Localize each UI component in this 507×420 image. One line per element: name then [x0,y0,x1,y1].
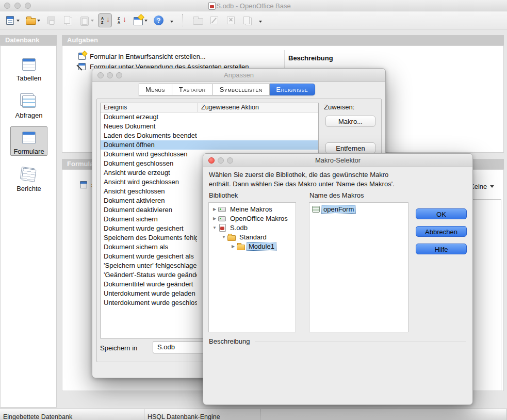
dropdown-caret-icon[interactable] [144,20,148,23]
dropdown-caret-icon[interactable] [91,20,94,23]
toolbar-button[interactable] [98,13,112,27]
database-object-icon [21,130,37,146]
macro-selector-titlebar: Makro-Selektor [203,154,472,167]
event-row[interactable]: Neues Dokument [101,122,318,131]
task-item[interactable]: Formular in Entwurfsansicht erstellen... [78,52,206,60]
status-cell [260,409,503,420]
event-name: Dokument wurde gesichert als [101,252,197,261]
toolbar-icon [170,15,174,26]
disclosure-triangle-icon[interactable]: ▶ [211,216,218,221]
event-name: Dokument aktivieren [101,196,197,205]
status-cell: Eingebettete Datenbank [0,409,144,420]
form-task-icon [78,63,86,70]
event-row[interactable]: Dokument öffnen [101,140,318,150]
event-name: Laden des Dokuments beendet [101,131,197,140]
event-name: Ansicht wird geschlossen [101,177,197,187]
toolbar-button[interactable] [178,12,188,28]
toolbar-button[interactable] [207,13,221,27]
event-assigned-action [197,131,318,140]
event-name: Ansicht wurde erzeugt [101,168,197,177]
tab[interactable]: Ereignisse [270,84,316,95]
library-tree-item[interactable]: ▶ Meine Makros [209,204,296,214]
macro-list: openForm [309,202,408,332]
macro-selector-title: Makro-Selektor [203,156,472,164]
macro-icon [312,205,320,213]
disclosure-triangle-icon[interactable]: ▼ [220,235,227,239]
toolbar-button[interactable] [131,13,149,27]
remove-button[interactable]: Entfernen [325,142,375,154]
column-header-action[interactable]: Zugewiesene Aktion [198,103,318,112]
dropdown-caret-icon[interactable] [17,20,20,23]
sidebar-item-label: Formulare [11,148,47,155]
event-row[interactable]: Laden des Dokuments beendet [101,131,318,140]
toolbar-icon [192,15,203,26]
tasks-header: Aufgaben [62,35,504,45]
status-bar: Eingebettete Datenbank HSQL Datenbank-En… [0,409,507,420]
sidebar-item[interactable]: Abfragen [10,90,47,120]
preview-dropdown[interactable]: Keine [470,183,494,190]
toolbar-button[interactable] [191,13,205,27]
database-object-icon [20,166,38,184]
toolbar-button[interactable] [240,13,254,27]
sidebar-item[interactable]: Formulare [10,126,47,156]
macro-list-item[interactable]: openForm [309,204,408,214]
toolbar-icon [153,15,164,26]
chevron-down-icon [490,185,494,190]
event-row[interactable]: Dokument erzeugt [101,112,318,122]
anpassen-title: Anpassen [92,71,385,79]
form-icon [79,181,88,188]
anpassen-tabs: Menüs Tastatur Symbolleisten Ereignisse [139,84,315,95]
macro-selector-dialog: Makro-Selektor Wählen Sie zuerst die Bib… [203,153,473,405]
help-button[interactable]: Hilfe [416,244,467,254]
library-tree-item[interactable]: ▼ Standard [209,232,296,241]
ok-button[interactable]: OK [416,208,467,219]
event-assigned-action [197,140,318,150]
dropdown-caret-icon[interactable] [37,20,40,23]
intro-line-1: Wählen Sie zuerst die Bibliothek, die da… [209,170,395,180]
event-name: Dokument wird geschlossen [101,150,197,159]
toolbar-button[interactable] [115,13,128,27]
library-tree-item[interactable]: ▼ S.odb [209,223,296,232]
toolbar-icon [25,15,36,26]
library-item-label: Module1 [247,243,276,250]
event-name: Dokument erzeugt [101,112,197,122]
library-item-icon [218,224,226,231]
event-name: Neues Dokument [101,122,197,131]
library-tree-item[interactable]: ▶ OpenOffice Makros [209,214,296,223]
event-name: Dokument wurde gesichert [101,224,197,233]
toolbar-button[interactable] [168,13,176,27]
toolbar-button[interactable] [44,13,58,27]
cancel-button[interactable]: Abbrechen [416,226,467,237]
toolbar-button[interactable] [77,13,95,27]
save-in-label: Speichern in [100,344,137,352]
sidebar-item[interactable]: Tabellen [10,53,47,83]
disclosure-triangle-icon[interactable]: ▶ [211,207,218,212]
toolbar-icon [182,14,185,26]
tab[interactable]: Symbolleisten [213,84,270,95]
column-header-event[interactable]: Ereignis [101,103,198,112]
disclosure-triangle-icon[interactable]: ▼ [211,225,218,230]
sidebar-item-label: Berichte [11,185,47,192]
tab[interactable]: Menüs [139,84,172,95]
library-item-label: S.odb [228,224,249,232]
disclosure-triangle-icon[interactable]: ▶ [230,244,237,249]
library-tree-item[interactable]: ▶ Module1 [209,241,296,251]
macro-button[interactable]: Makro... [325,116,375,127]
toolbar-button[interactable] [3,13,21,27]
toolbar-button[interactable] [61,13,75,27]
library-item-label: Meine Makros [228,205,274,213]
library-item-icon [237,243,245,250]
toolbar-button[interactable] [224,13,238,27]
toolbar-button[interactable] [24,13,42,27]
intro-line-2: enthält. Dann wählen Sie das Makro unter… [209,180,395,189]
tab[interactable]: Tastatur [172,84,213,95]
library-item-icon [218,205,226,213]
anpassen-titlebar: Anpassen [92,69,385,82]
toolbar-button[interactable] [257,13,265,27]
toolbar-button[interactable] [152,13,166,27]
macro-name: openForm [322,205,355,213]
event-name: Dokument deaktivieren [101,205,197,215]
toolbar-icon [133,15,143,26]
sidebar-item[interactable]: Berichte [10,164,47,193]
description-label: Beschreibung [209,337,250,345]
